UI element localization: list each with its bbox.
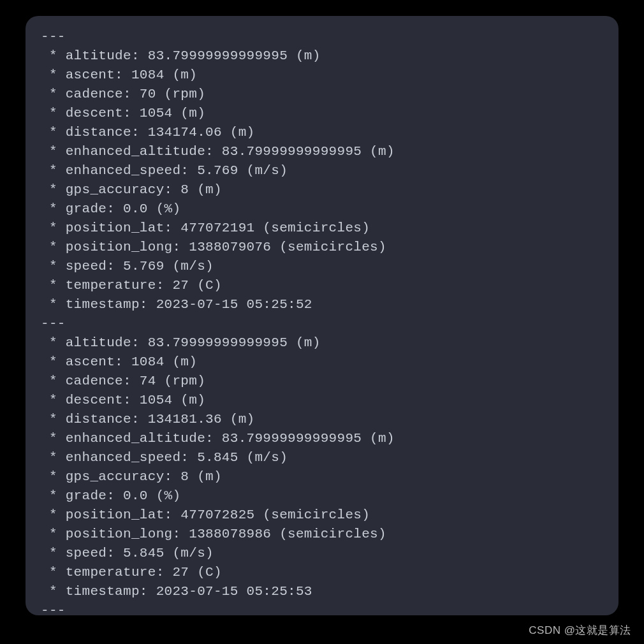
data-line: * distance: 134174.06 (m) (41, 123, 603, 142)
data-line: * descent: 1054 (m) (41, 391, 603, 410)
data-line: * grade: 0.0 (%) (41, 487, 603, 506)
record-separator: --- (41, 314, 603, 333)
data-line: * gps_accuracy: 8 (m) (41, 180, 603, 200)
data-line: * altitude: 83.79999999999995 (m) (41, 47, 603, 66)
data-line: * grade: 0.0 (%) (41, 200, 603, 219)
data-line: * cadence: 70 (rpm) (41, 85, 603, 104)
data-line: * position_lat: 477072191 (semicircles) (41, 219, 603, 238)
data-line: * cadence: 74 (rpm) (41, 372, 603, 391)
data-line: * timestamp: 2023-07-15 05:25:53 (41, 582, 603, 601)
data-line: * enhanced_altitude: 83.79999999999995 (… (41, 142, 603, 161)
data-line: * position_long: 1388079076 (semicircles… (41, 238, 603, 257)
data-line: * speed: 5.845 (m/s) (41, 544, 603, 563)
data-line: * descent: 1054 (m) (41, 104, 603, 123)
data-line: * distance: 134181.36 (m) (41, 410, 603, 429)
data-line: * altitude: 83.79999999999995 (m) (41, 333, 603, 353)
data-line: * enhanced_speed: 5.769 (m/s) (41, 161, 603, 180)
data-line: * ascent: 1084 (m) (41, 66, 603, 85)
record-separator: --- (41, 601, 603, 615)
record-separator: --- (41, 27, 603, 47)
watermark: CSDN @这就是算法 (529, 623, 631, 638)
data-line: * position_long: 1388078986 (semicircles… (41, 525, 603, 544)
data-line: * enhanced_altitude: 83.79999999999995 (… (41, 429, 603, 448)
data-line: * gps_accuracy: 8 (m) (41, 467, 603, 487)
data-line: * temperature: 27 (C) (41, 276, 603, 295)
terminal-output[interactable]: --- * altitude: 83.79999999999995 (m) * … (26, 16, 618, 615)
data-line: * ascent: 1084 (m) (41, 353, 603, 372)
data-line: * speed: 5.769 (m/s) (41, 257, 603, 276)
data-line: * position_lat: 477072825 (semicircles) (41, 506, 603, 525)
data-line: * timestamp: 2023-07-15 05:25:52 (41, 295, 603, 314)
data-line: * temperature: 27 (C) (41, 563, 603, 582)
data-line: * enhanced_speed: 5.845 (m/s) (41, 448, 603, 467)
